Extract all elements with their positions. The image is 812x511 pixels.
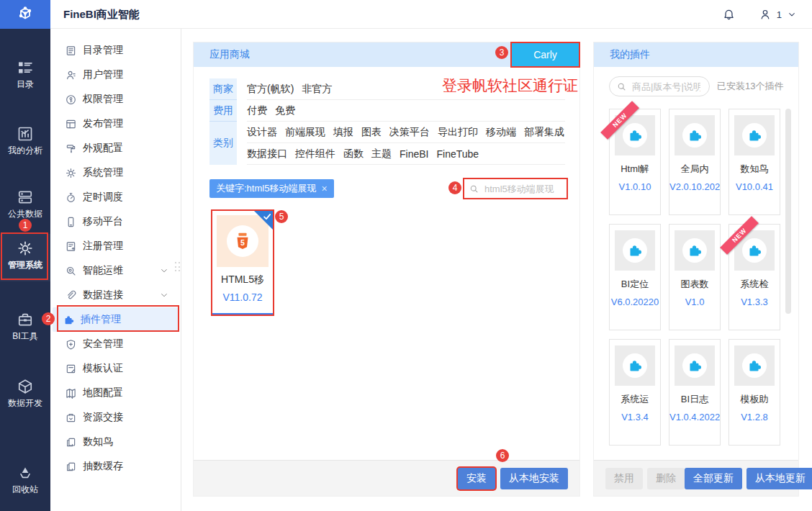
installed-plugin-card[interactable]: NEW 系统检 V1.3.3 — [728, 224, 780, 330]
menu-item-label: 系统管理 — [83, 166, 123, 179]
menu-item-shield[interactable]: 安全管理 — [53, 332, 179, 356]
filter-option[interactable]: 填报 — [333, 126, 353, 139]
left-nav-recycle[interactable]: 回收站 — [0, 459, 50, 496]
filter-option[interactable]: 控件组件 — [295, 148, 335, 160]
filter-option[interactable]: 决策平台 — [389, 126, 430, 139]
filter-option[interactable]: 移动端 — [486, 126, 516, 139]
left-nav-catalog[interactable]: 目录 — [0, 54, 50, 91]
filter-option[interactable]: 导出打印 — [438, 126, 478, 139]
menu-item-ops[interactable]: 智能运维 — [53, 258, 179, 283]
user-icon[interactable] — [759, 9, 771, 20]
installed-plugin-card[interactable]: BI定位 V6.0.20220 — [609, 224, 661, 330]
filter-option[interactable]: 主题 — [371, 148, 392, 160]
filter-option[interactable]: 设计器 — [247, 126, 277, 139]
left-nav-gear[interactable]: 管理系统 — [0, 234, 50, 281]
my-plugins-search-input[interactable] — [631, 81, 702, 93]
filter-option[interactable]: 函数 — [343, 148, 364, 160]
installed-plugin-card[interactable]: BI日志 V1.0.4.2022 — [669, 339, 721, 446]
left-nav-cube[interactable]: 数据开发 — [0, 373, 50, 410]
filter-option[interactable]: FineBI — [400, 148, 428, 160]
left-nav-database[interactable]: 公共数据 — [0, 184, 50, 220]
menu-item-mobile[interactable]: 移动平台 — [53, 209, 179, 234]
plugin-version: V2.0.10.202 — [669, 181, 720, 192]
installed-plugin-card[interactable]: 图表数 V1.0 — [669, 224, 721, 330]
sidebar-resize-handle[interactable] — [175, 262, 181, 272]
filter-option[interactable]: 官方(帆软) — [247, 83, 294, 96]
menu-item-resource[interactable]: 资源交接 — [53, 405, 179, 430]
filter-option[interactable]: 图表 — [361, 126, 382, 139]
menu-item-copy[interactable]: 数知鸟 — [53, 430, 179, 454]
left-nav-toolbox[interactable]: BI工具 — [0, 306, 50, 343]
plugin-name: 系统运 — [610, 393, 660, 406]
menu-item-copy[interactable]: 抽数缓存 — [53, 454, 179, 479]
bell-icon[interactable] — [723, 9, 735, 21]
menu-item-template[interactable]: 模板认证 — [53, 356, 179, 381]
menu-item-label: 地图配置 — [83, 386, 123, 399]
update-local-button[interactable]: 从本地更新 — [746, 468, 812, 489]
installed-plugin-card[interactable]: NEW Html解 V1.0.10 — [609, 109, 661, 215]
store-plugin-card[interactable]: 5 HTML5移 V11.0.72 — [211, 209, 274, 316]
menu-item-permission[interactable]: 权限管理 — [53, 87, 179, 112]
filter-option[interactable]: 免费 — [275, 104, 295, 117]
plugin-name: 系统检 — [729, 278, 780, 291]
install-local-button[interactable]: 从本地安装 — [500, 468, 568, 489]
menu-item-clip[interactable]: 数据连接 — [53, 283, 179, 307]
filter-option[interactable]: 前端展现 — [285, 126, 325, 139]
menu-item-gear[interactable]: 系统管理 — [53, 160, 179, 185]
annotation-badge-3: 3 — [495, 46, 508, 59]
delete-plugin-button[interactable]: 删除 — [647, 468, 685, 489]
menu-item-doclist[interactable]: 目录管理 — [53, 38, 179, 63]
filter-group-label[interactable]: 商家 — [209, 78, 237, 100]
annotation-badge-1: 1 — [19, 219, 32, 232]
left-nav-label: 数据开发 — [0, 397, 50, 410]
search-icon — [469, 184, 479, 194]
menu-item-label: 目录管理 — [83, 44, 123, 57]
annotation-badge-2: 2 — [42, 312, 55, 325]
filter-option[interactable]: FineTube — [436, 148, 479, 160]
menu-item-label: 插件管理 — [81, 313, 121, 326]
database-icon — [17, 189, 33, 205]
my-plugins-search-box — [609, 76, 710, 96]
menu-item-label: 定时调度 — [83, 191, 123, 204]
menu-item-appearance[interactable]: 外观配置 — [53, 136, 179, 160]
timer-icon — [66, 192, 76, 203]
filter-option[interactable]: 数据接口 — [247, 148, 287, 160]
filter-group-label[interactable]: 类别 — [209, 122, 237, 165]
menu-item-register[interactable]: 注册管理 — [53, 234, 179, 258]
my-plugins-scrollbar[interactable] — [785, 109, 791, 314]
install-button[interactable]: 安装 — [458, 468, 495, 489]
menu-item-publish[interactable]: 发布管理 — [53, 112, 179, 136]
menu-item-label: 用户管理 — [83, 68, 123, 81]
store-search-input[interactable] — [483, 183, 561, 195]
keyword-tag-remove-icon[interactable]: × — [321, 184, 327, 194]
installed-plugin-card[interactable]: 模板助 V1.2.8 — [728, 339, 780, 446]
community-login-button[interactable]: Carly — [510, 42, 580, 68]
installed-plugin-card[interactable]: 数知鸟 V10.0.41 — [728, 109, 780, 215]
menu-item-label: 数知鸟 — [83, 435, 113, 448]
plugin-version: V1.0.10 — [610, 181, 660, 192]
menu-item-puzzle[interactable]: 插件管理 — [53, 307, 179, 332]
update-all-button[interactable]: 全部更新 — [685, 468, 742, 489]
gear-icon — [66, 168, 76, 178]
installed-plugin-card[interactable]: 全局内 V2.0.10.202 — [669, 109, 721, 215]
menu-item-user[interactable]: 用户管理 — [53, 63, 179, 87]
app-title: FineBI商业智能 — [63, 0, 140, 29]
disable-plugin-button[interactable]: 禁用 — [605, 468, 643, 489]
cube-icon — [17, 379, 33, 394]
installed-plugin-card[interactable]: 系统运 V1.3.4 — [609, 339, 661, 446]
filter-group-label[interactable]: 费用 — [209, 100, 237, 122]
my-plugins-grid: NEW Html解 V1.0.10 全局内 V2.0.10.202 数知鸟 V1… — [609, 109, 780, 446]
filter-option[interactable]: 非官方 — [302, 83, 332, 96]
menu-item-timer[interactable]: 定时调度 — [53, 185, 179, 209]
chevron-down-icon[interactable] — [788, 10, 796, 19]
ops-icon — [66, 266, 76, 276]
left-nav-analysis[interactable]: 我的分析 — [0, 120, 50, 157]
appearance-icon — [66, 143, 76, 154]
puzzlefill-icon — [687, 358, 702, 373]
menu-item-map[interactable]: 地图配置 — [53, 381, 179, 405]
finebi-logo[interactable] — [0, 0, 50, 29]
filter-option[interactable]: 部署集成 — [524, 126, 564, 139]
analysis-icon — [17, 126, 33, 142]
filter-option[interactable]: 付费 — [247, 104, 267, 117]
menu-item-label: 智能运维 — [83, 264, 123, 277]
